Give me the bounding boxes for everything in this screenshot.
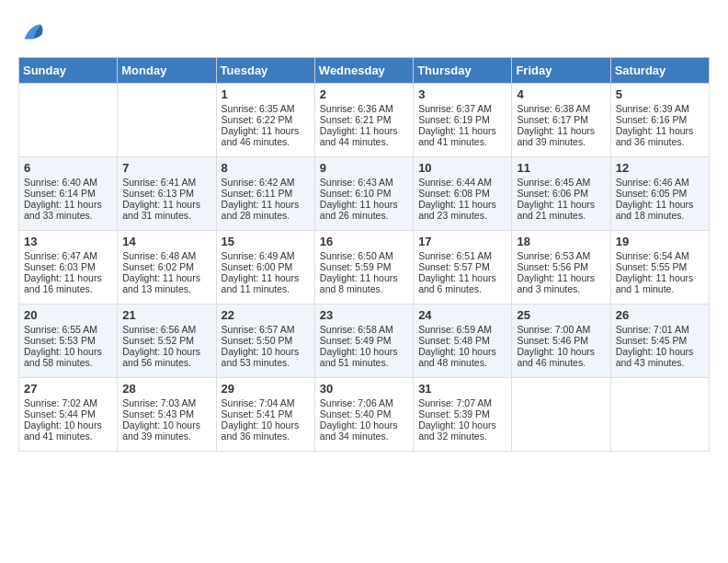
sunrise-text: Sunrise: 6:35 AM [222,103,310,114]
sunrise-text: Sunrise: 6:44 AM [418,177,506,188]
sunset-text: Sunset: 5:55 PM [616,261,704,272]
calendar-cell: 22Sunrise: 6:57 AMSunset: 5:50 PMDayligh… [216,304,314,378]
calendar-cell: 19Sunrise: 6:54 AMSunset: 5:55 PMDayligh… [610,231,709,304]
sunrise-text: Sunrise: 7:07 AM [418,397,506,408]
day-number: 31 [418,382,506,396]
calendar-cell: 13Sunrise: 6:47 AMSunset: 6:03 PMDayligh… [19,231,118,304]
calendar-cell: 23Sunrise: 6:58 AMSunset: 5:49 PMDayligh… [314,304,413,378]
daylight-text: Daylight: 10 hours and 53 minutes. [222,346,310,368]
sunset-text: Sunset: 6:00 PM [222,261,310,272]
sunset-text: Sunset: 6:08 PM [418,188,506,199]
daylight-text: Daylight: 11 hours and 36 minutes. [616,125,704,147]
daylight-text: Daylight: 11 hours and 21 minutes. [517,199,605,221]
calendar-cell: 29Sunrise: 7:04 AMSunset: 5:41 PMDayligh… [216,378,314,452]
calendar-cell [512,378,610,452]
sunrise-text: Sunrise: 6:46 AM [616,177,704,188]
sunset-text: Sunset: 6:19 PM [418,114,506,125]
page-header [18,18,710,48]
sunrise-text: Sunrise: 6:49 AM [222,250,310,261]
sunrise-text: Sunrise: 6:45 AM [517,177,605,188]
daylight-text: Daylight: 11 hours and 33 minutes. [24,199,112,221]
day-number: 7 [122,161,210,175]
day-number: 12 [616,161,704,175]
sunrise-text: Sunrise: 6:37 AM [418,103,506,114]
daylight-text: Daylight: 11 hours and 23 minutes. [418,199,506,221]
sunset-text: Sunset: 5:45 PM [616,335,704,346]
sunrise-text: Sunrise: 6:58 AM [320,324,408,335]
sunset-text: Sunset: 5:50 PM [222,335,310,346]
calendar-table: SundayMondayTuesdayWednesdayThursdayFrid… [18,57,710,452]
calendar-cell [610,378,709,452]
daylight-text: Daylight: 11 hours and 18 minutes. [616,199,704,221]
day-number: 24 [418,308,506,322]
sunset-text: Sunset: 6:13 PM [122,188,210,199]
sunset-text: Sunset: 5:53 PM [24,335,112,346]
column-header-monday: Monday [118,58,216,84]
sunrise-text: Sunrise: 6:54 AM [616,250,704,261]
day-number: 10 [418,161,506,175]
column-header-wednesday: Wednesday [314,58,413,84]
day-number: 1 [222,87,310,101]
sunset-text: Sunset: 6:22 PM [222,114,310,125]
sunset-text: Sunset: 6:05 PM [616,188,704,199]
day-number: 17 [418,235,506,248]
daylight-text: Daylight: 10 hours and 36 minutes. [222,419,310,442]
sunset-text: Sunset: 5:56 PM [517,261,605,272]
day-number: 19 [616,235,704,248]
day-number: 21 [122,308,210,322]
sunrise-text: Sunrise: 6:51 AM [418,250,506,261]
day-number: 9 [320,161,408,175]
daylight-text: Daylight: 11 hours and 28 minutes. [222,199,310,221]
day-number: 13 [24,235,112,248]
calendar-cell: 9Sunrise: 6:43 AMSunset: 6:10 PMDaylight… [314,157,413,231]
calendar-cell [118,84,216,157]
daylight-text: Daylight: 11 hours and 6 minutes. [418,272,506,294]
calendar-cell: 6Sunrise: 6:40 AMSunset: 6:14 PMDaylight… [19,157,118,231]
daylight-text: Daylight: 11 hours and 44 minutes. [320,125,408,147]
calendar-cell: 12Sunrise: 6:46 AMSunset: 6:05 PMDayligh… [610,157,709,231]
sunset-text: Sunset: 6:21 PM [320,114,408,125]
calendar-cell: 30Sunrise: 7:06 AMSunset: 5:40 PMDayligh… [314,378,413,452]
daylight-text: Daylight: 10 hours and 34 minutes. [320,419,408,442]
sunset-text: Sunset: 5:52 PM [122,335,210,346]
sunrise-text: Sunrise: 6:39 AM [616,103,704,114]
calendar-cell: 26Sunrise: 7:01 AMSunset: 5:45 PMDayligh… [610,304,709,378]
day-number: 23 [320,308,408,322]
daylight-text: Daylight: 10 hours and 32 minutes. [418,419,506,442]
daylight-text: Daylight: 11 hours and 11 minutes. [222,272,310,294]
daylight-text: Daylight: 11 hours and 8 minutes. [320,272,408,294]
day-number: 11 [517,161,605,175]
calendar-cell: 20Sunrise: 6:55 AMSunset: 5:53 PMDayligh… [19,304,118,378]
day-number: 27 [24,382,112,396]
daylight-text: Daylight: 11 hours and 31 minutes. [122,199,210,221]
day-number: 26 [616,308,704,322]
daylight-text: Daylight: 10 hours and 46 minutes. [517,346,605,368]
sunset-text: Sunset: 5:46 PM [517,335,605,346]
daylight-text: Daylight: 10 hours and 39 minutes. [122,419,210,442]
sunset-text: Sunset: 6:16 PM [616,114,704,125]
calendar-cell: 31Sunrise: 7:07 AMSunset: 5:39 PMDayligh… [414,378,512,452]
sunrise-text: Sunrise: 6:41 AM [122,177,210,188]
calendar-cell: 28Sunrise: 7:03 AMSunset: 5:43 PMDayligh… [118,378,216,452]
calendar-cell: 3Sunrise: 6:37 AMSunset: 6:19 PMDaylight… [414,84,512,157]
daylight-text: Daylight: 10 hours and 58 minutes. [24,346,112,368]
day-number: 2 [320,87,408,101]
sunset-text: Sunset: 6:06 PM [517,188,605,199]
daylight-text: Daylight: 10 hours and 43 minutes. [616,346,704,368]
logo [18,18,51,48]
calendar-cell: 2Sunrise: 6:36 AMSunset: 6:21 PMDaylight… [314,84,413,157]
sunrise-text: Sunrise: 6:36 AM [320,103,408,114]
sunrise-text: Sunrise: 6:38 AM [517,103,605,114]
sunrise-text: Sunrise: 7:04 AM [222,397,310,408]
day-number: 8 [222,161,310,175]
sunrise-text: Sunrise: 7:00 AM [517,324,605,335]
sunrise-text: Sunrise: 6:50 AM [320,250,408,261]
column-header-friday: Friday [512,58,610,84]
column-header-sunday: Sunday [19,58,118,84]
sunrise-text: Sunrise: 6:59 AM [418,324,506,335]
sunset-text: Sunset: 5:57 PM [418,261,506,272]
day-number: 14 [122,235,210,248]
sunrise-text: Sunrise: 6:55 AM [24,324,112,335]
calendar-week-5: 27Sunrise: 7:02 AMSunset: 5:44 PMDayligh… [19,378,710,452]
daylight-text: Daylight: 11 hours and 26 minutes. [320,199,408,221]
